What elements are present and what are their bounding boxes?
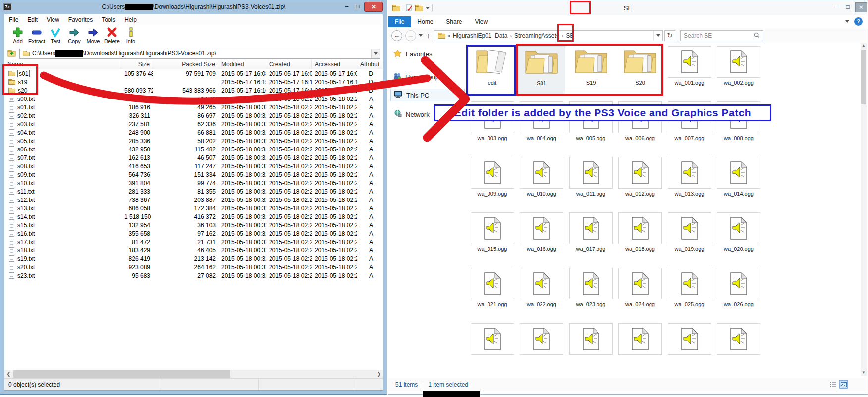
back-button[interactable]: ← bbox=[391, 30, 402, 41]
file-tile[interactable]: wa_015.ogg bbox=[469, 212, 516, 262]
table-row[interactable]: s15.txt132 95436 1032015-05-18 00:322015… bbox=[4, 221, 383, 229]
menu-file[interactable]: File bbox=[4, 16, 23, 23]
breadcrumb-segment[interactable]: SE bbox=[566, 32, 574, 39]
table-row[interactable]: s09.txt564 736151 3342015-05-18 00:32201… bbox=[4, 170, 383, 179]
file-tile[interactable]: wa_016.ogg bbox=[518, 212, 565, 262]
maximize-button[interactable]: □ bbox=[842, 3, 853, 12]
tab-share[interactable]: Share bbox=[439, 16, 468, 27]
breadcrumb-separator-icon[interactable]: › bbox=[507, 33, 514, 39]
file-tile[interactable]: wa_019.ogg bbox=[666, 212, 713, 262]
sidebar-item-homegroup[interactable]: Homegroup bbox=[390, 71, 442, 83]
scrollbar-thumb[interactable] bbox=[861, 50, 866, 104]
close-button[interactable]: ✕ bbox=[364, 2, 383, 12]
scroll-left-icon[interactable]: ❮ bbox=[4, 371, 13, 377]
file-tile[interactable]: wa_012.ogg bbox=[617, 157, 664, 206]
address-dropdown-button[interactable] bbox=[653, 31, 662, 41]
scroll-up-icon[interactable]: ▲ bbox=[861, 43, 867, 49]
extract-button[interactable]: Extract bbox=[27, 25, 46, 44]
menu-help[interactable]: Help bbox=[120, 16, 141, 23]
up-button[interactable]: ↑ bbox=[427, 32, 430, 40]
delete-button[interactable]: Delete bbox=[103, 25, 121, 44]
menu-tools[interactable]: Tools bbox=[97, 16, 120, 23]
file-tile[interactable]: wa_014.ogg bbox=[715, 157, 762, 206]
folder-tile[interactable]: S20 bbox=[617, 46, 664, 96]
info-button[interactable]: Info bbox=[121, 25, 140, 44]
table-row[interactable]: s17.txt81 47221 7312015-05-18 00:322015-… bbox=[4, 238, 383, 246]
sevenzip-titlebar[interactable]: 7z C:\Users\Downloads\Higurashi\Higurash… bbox=[0, 0, 387, 13]
table-row[interactable]: s06.txt432 950115 4822015-05-18 00:32201… bbox=[4, 145, 383, 153]
file-tile[interactable] bbox=[666, 323, 713, 373]
sidebar-item-favorites[interactable]: Favorites bbox=[390, 48, 435, 60]
file-tile[interactable]: wa_022.ogg bbox=[518, 268, 565, 317]
table-row[interactable]: s23.txt95 68327 0822015-05-18 00:322015-… bbox=[4, 271, 383, 280]
sidebar-item-network[interactable]: Network bbox=[390, 108, 433, 120]
maximize-button[interactable]: □ bbox=[352, 2, 363, 11]
column-header-name[interactable]: Name bbox=[4, 60, 121, 69]
table-row[interactable]: s11.txt281 33381 3552015-05-18 00:322015… bbox=[4, 187, 383, 196]
table-row[interactable]: s08.txt416 653117 2472015-05-18 00:32201… bbox=[4, 162, 383, 170]
file-tile[interactable] bbox=[469, 323, 516, 373]
up-level-icon[interactable] bbox=[7, 50, 16, 57]
table-row[interactable]: s05.txt205 33658 2022015-05-18 00:322015… bbox=[4, 137, 383, 145]
file-tile[interactable] bbox=[518, 323, 565, 373]
scrollbar-thumb[interactable] bbox=[13, 370, 230, 378]
sidebar-item-this-pc[interactable]: This PC bbox=[390, 89, 465, 101]
table-row[interactable]: s10.txt391 80499 7742015-05-18 00:322015… bbox=[4, 179, 383, 187]
details-view-button[interactable] bbox=[829, 380, 837, 389]
file-tile[interactable] bbox=[567, 323, 614, 373]
file-tile[interactable]: wa_013.ogg bbox=[666, 157, 713, 206]
qat-new-folder-icon[interactable] bbox=[415, 5, 423, 11]
file-tile[interactable]: wa_018.ogg bbox=[617, 212, 664, 262]
column-header-packed-size[interactable]: Packed Size bbox=[153, 60, 218, 69]
table-row[interactable]: s13.txt606 058172 3842015-05-18 00:32201… bbox=[4, 204, 383, 212]
column-header-created[interactable]: Created bbox=[266, 60, 312, 69]
list-column-headers[interactable]: NameSizePacked SizeModifiedCreatedAccess… bbox=[4, 60, 383, 69]
breadcrumb-overflow[interactable]: « bbox=[447, 32, 453, 39]
table-row[interactable]: s20.txt923 089264 1622015-05-18 00:32201… bbox=[4, 263, 383, 271]
table-row[interactable]: s18.txt183 42946 4052015-05-18 00:322015… bbox=[4, 246, 383, 254]
breadcrumb-segment[interactable]: HigurashiEp01_Data bbox=[453, 32, 508, 39]
scroll-down-icon[interactable]: ▼ bbox=[861, 370, 867, 376]
forward-button[interactable]: → bbox=[405, 30, 416, 41]
breadcrumb-segment[interactable]: StreamingAssets bbox=[514, 32, 559, 39]
column-header-size[interactable]: Size bbox=[121, 60, 153, 69]
minimize-button[interactable]: – bbox=[830, 3, 841, 12]
search-box[interactable]: Search SE bbox=[680, 30, 763, 41]
file-tile[interactable]: wa_011.ogg bbox=[567, 157, 614, 206]
tab-home[interactable]: Home bbox=[411, 16, 439, 27]
file-tile[interactable] bbox=[715, 323, 762, 373]
close-button[interactable]: ✕ bbox=[855, 2, 867, 12]
table-row[interactable]: s03.txt237 58162 3362015-05-18 00:322015… bbox=[4, 120, 383, 128]
qat-properties-icon[interactable] bbox=[406, 4, 413, 11]
vertical-scrollbar[interactable]: ▲ ▼ bbox=[861, 43, 867, 376]
file-tile[interactable]: wa_023.ogg bbox=[567, 268, 614, 317]
help-icon[interactable]: ? bbox=[854, 17, 863, 26]
file-tile[interactable]: wa_021.ogg bbox=[469, 268, 516, 317]
table-row[interactable]: s192015-05-17 16:152015-05-17 16:142015-… bbox=[4, 78, 383, 86]
history-chevron-icon[interactable] bbox=[419, 34, 423, 37]
copy-button[interactable]: Copy bbox=[65, 25, 84, 44]
minimize-button[interactable]: – bbox=[341, 2, 352, 11]
tab-file[interactable]: File bbox=[388, 16, 411, 27]
add-button[interactable]: Add bbox=[8, 25, 27, 44]
table-row[interactable]: s00.txt29 6881 5612015-05-17 18:152015-0… bbox=[4, 95, 383, 103]
combobox-dropdown-button[interactable] bbox=[371, 49, 380, 58]
file-tile[interactable]: wa_025.ogg bbox=[666, 268, 713, 317]
explorer-titlebar[interactable]: SE – □ ✕ bbox=[388, 0, 868, 15]
file-tile[interactable]: wa_001.ogg bbox=[666, 46, 713, 96]
folder-tile[interactable]: edit bbox=[469, 46, 516, 96]
folder-tile[interactable]: S01 bbox=[518, 46, 565, 96]
table-row[interactable]: s12.txt738 367203 8872015-05-18 00:32201… bbox=[4, 196, 383, 204]
scroll-right-icon[interactable]: ❯ bbox=[375, 371, 383, 377]
file-tile[interactable] bbox=[617, 323, 664, 373]
menu-view[interactable]: View bbox=[42, 16, 64, 23]
archive-path-combobox[interactable]: C:\Users\Downloads\Higurashi\HigurashiPS… bbox=[19, 49, 380, 59]
table-row[interactable]: s01105 376 48197 591 7092015-05-17 16:08… bbox=[4, 69, 383, 78]
table-row[interactable]: s14.txt1 518 150416 3722015-05-18 00:322… bbox=[4, 212, 383, 221]
refresh-button[interactable]: ↻ bbox=[664, 30, 675, 41]
column-header-modified[interactable]: Modified bbox=[218, 60, 266, 69]
file-tile[interactable]: wa_020.ogg bbox=[715, 212, 762, 262]
file-tile[interactable]: wa_024.ogg bbox=[617, 268, 664, 317]
table-row[interactable]: s16.txt355 65897 1622015-05-18 00:322015… bbox=[4, 229, 383, 238]
menu-favorites[interactable]: Favorites bbox=[64, 16, 97, 23]
